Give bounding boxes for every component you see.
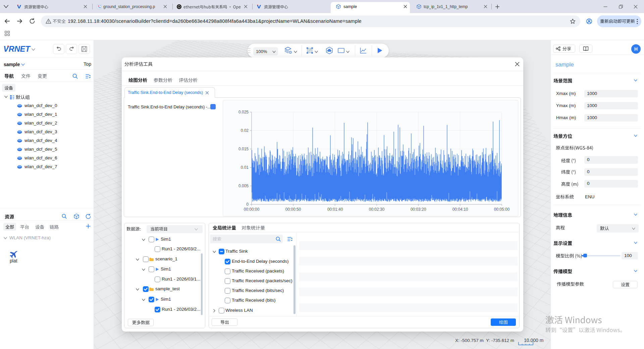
svg-text:00:04:10: 00:04:10 [452, 207, 468, 212]
svg-text:0: 0 [246, 202, 249, 207]
svg-text:00:00:50: 00:00:50 [285, 207, 301, 212]
svg-text:0.02: 0.02 [241, 128, 249, 133]
svg-text:0.01: 0.01 [241, 165, 249, 170]
svg-text:00:05:00: 00:05:00 [494, 207, 510, 212]
svg-text:00:01:40: 00:01:40 [327, 207, 343, 212]
svg-text:00:03:20: 00:03:20 [411, 207, 426, 212]
svg-text:00:02:30: 00:02:30 [369, 207, 385, 212]
svg-text:00:00:00: 00:00:00 [244, 207, 260, 212]
svg-text:0.015: 0.015 [238, 147, 249, 151]
svg-text:0.025: 0.025 [238, 110, 249, 114]
svg-text:0.005: 0.005 [238, 184, 249, 188]
